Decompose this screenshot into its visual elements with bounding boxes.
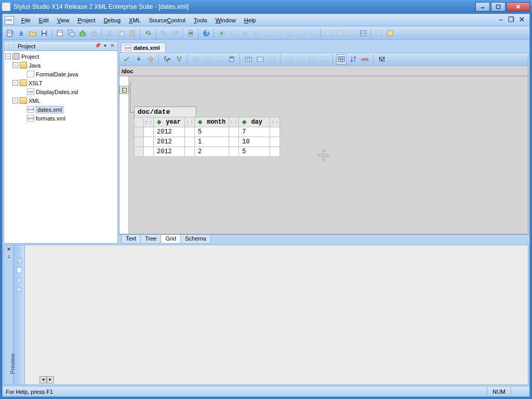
data-grid[interactable]: ⋮⋮◆ year⋮⋮◆ month⋮⋮◆ day⋮⋮ 2012572012110… — [134, 117, 280, 157]
help-button[interactable]: ? — [201, 28, 211, 38]
cell[interactable]: 5 — [239, 147, 270, 157]
preview-run-button[interactable] — [15, 246, 23, 255]
debug-e-button[interactable] — [308, 28, 318, 38]
xpath-bar[interactable]: /doc — [119, 66, 528, 76]
cell[interactable]: 5 — [195, 127, 229, 137]
row-header[interactable] — [135, 147, 144, 157]
document-tab[interactable]: xml dates.xml — [121, 43, 166, 52]
preview-pin-button[interactable]: ⟂ — [7, 253, 10, 259]
debug-step-button[interactable] — [228, 28, 238, 38]
cell[interactable]: 2012 — [154, 147, 185, 157]
col-grip[interactable]: ⋮⋮ — [144, 117, 154, 127]
download-button[interactable] — [16, 28, 26, 38]
preview-copy-button[interactable] — [15, 256, 23, 264]
panel-a-button[interactable] — [324, 28, 334, 38]
cell[interactable]: 10 — [239, 137, 270, 147]
grid-canvas[interactable]: − doc/date ⋮⋮◆ year⋮⋮◆ month⋮⋮◆ day⋮⋮ 20… — [119, 76, 528, 234]
column-month[interactable]: ◆ month — [195, 117, 229, 127]
row-header[interactable] — [135, 127, 144, 137]
menu-sourcecontrol[interactable]: SourceControl — [145, 16, 190, 25]
table-row[interactable]: 201257 — [135, 127, 280, 137]
view-tab-grid[interactable]: Grid — [161, 235, 181, 244]
preview-save-button[interactable] — [15, 276, 23, 284]
preview-close-button[interactable]: ✕ — [7, 246, 11, 252]
mdi-close-button[interactable]: ✕ — [518, 17, 525, 24]
preview-chat-button[interactable] — [15, 286, 23, 294]
new-xml-button[interactable]: xml — [5, 28, 15, 38]
tree-item-java[interactable]: −Java — [5, 61, 116, 70]
paste-button[interactable] — [127, 28, 138, 38]
menu-tools[interactable]: Tools — [190, 16, 211, 25]
redo-button[interactable] — [170, 28, 180, 38]
maximize-button[interactable] — [491, 2, 506, 11]
debug-b-button[interactable] — [274, 28, 284, 38]
table-5-button[interactable] — [296, 54, 306, 64]
print-button[interactable] — [185, 28, 196, 38]
view-tab-tree[interactable]: Tree — [140, 235, 161, 244]
panel-f-button[interactable] — [385, 28, 395, 38]
cell[interactable]: 2 — [195, 147, 229, 157]
menu-project[interactable]: Project — [73, 16, 99, 25]
expand-icon[interactable]: − — [5, 54, 11, 59]
lock-button[interactable] — [89, 28, 99, 38]
save-button[interactable] — [39, 28, 49, 38]
cell[interactable]: 7 — [239, 127, 270, 137]
indent-button[interactable] — [134, 54, 144, 64]
grid-b-button[interactable] — [203, 54, 213, 64]
menu-edit[interactable]: Edit — [35, 16, 53, 25]
cell[interactable]: 2012 — [154, 127, 185, 137]
debug-pause-button[interactable] — [251, 28, 261, 38]
column-day[interactable]: ◆ day — [239, 117, 270, 127]
copy-button[interactable] — [116, 28, 126, 38]
collapse-marker[interactable]: − — [119, 86, 129, 94]
menu-file[interactable]: File — [17, 16, 35, 25]
close-button[interactable] — [507, 2, 530, 11]
dropdown-button[interactable]: ▾ — [102, 43, 108, 49]
menu-xml[interactable]: XML — [125, 16, 145, 25]
grid-view-button[interactable] — [336, 54, 347, 64]
table-row[interactable]: 2012110 — [135, 137, 280, 147]
sliders-button[interactable] — [377, 54, 387, 64]
tree-root[interactable]: − Project — [5, 52, 116, 61]
col-grip[interactable]: ⋮⋮ — [270, 117, 280, 127]
mdi-restore-button[interactable]: ❐ — [508, 17, 515, 24]
settings-button[interactable] — [145, 54, 156, 64]
panel-e-button[interactable] — [374, 28, 384, 38]
debug-c-button[interactable] — [285, 28, 296, 38]
mdi-minimize-button[interactable]: – — [497, 17, 504, 24]
table-6-button[interactable] — [308, 54, 318, 64]
row-header[interactable] — [135, 117, 144, 127]
pin-button[interactable]: 📌 — [95, 43, 101, 49]
row-header[interactable] — [135, 137, 144, 147]
preview-scroll-left[interactable]: ◄ — [39, 376, 47, 383]
cell[interactable]: 2012 — [154, 137, 185, 147]
tree-item-displaydates-xsl[interactable]: xslDisplayDates.xsl — [5, 87, 116, 96]
sort-button[interactable] — [348, 54, 358, 64]
validate-button[interactable] — [122, 54, 132, 64]
refresh-button[interactable] — [143, 28, 153, 38]
grid-path-label[interactable]: doc/date — [134, 107, 196, 117]
table-row[interactable]: 201225 — [135, 147, 280, 157]
panel-close-button[interactable]: ✕ — [109, 43, 115, 49]
debug-d-button[interactable] — [297, 28, 307, 38]
tree-item-xml[interactable]: −XML — [5, 96, 116, 105]
calc-button[interactable] — [227, 54, 237, 64]
menu-view[interactable]: View — [53, 16, 74, 25]
col-grip[interactable]: ⋮⋮ — [229, 117, 239, 127]
project-tree[interactable]: − Project −JavaFormatDate.java−XSLTxslDi… — [4, 51, 117, 243]
tree-button[interactable] — [174, 54, 184, 64]
debug-run-button[interactable] — [217, 28, 227, 38]
grid-a-button[interactable] — [191, 54, 201, 64]
col-grip[interactable]: ⋮⋮ — [185, 117, 195, 127]
menu-help[interactable]: Help — [240, 16, 260, 25]
table-3-button[interactable] — [267, 54, 277, 64]
view-tab-text[interactable]: Text — [121, 235, 141, 244]
expand-icon[interactable]: − — [12, 62, 18, 68]
panel-c-button[interactable] — [347, 28, 357, 38]
tree-item-dates-xml[interactable]: xmldates.xml — [5, 105, 116, 114]
cut-button[interactable] — [104, 28, 115, 38]
minimize-button[interactable] — [475, 2, 490, 11]
table-2-button[interactable] — [255, 54, 265, 64]
menu-window[interactable]: Window — [211, 16, 240, 25]
debug-stop-button[interactable] — [240, 28, 250, 38]
